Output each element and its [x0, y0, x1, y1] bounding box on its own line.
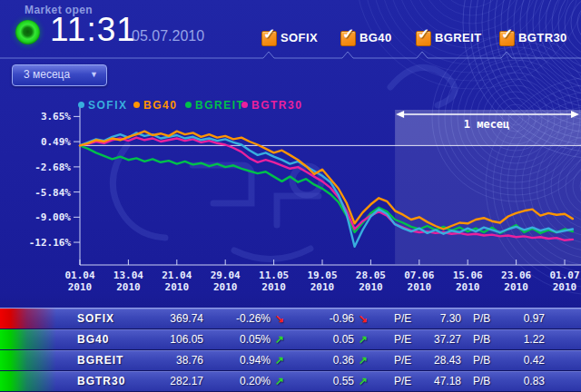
chevron-down-icon: ▼	[90, 70, 98, 79]
x-axis-tick-label: 19.052010	[300, 270, 344, 293]
pe-label: P/E	[394, 371, 411, 391]
clock-date: 05.07.2010	[132, 28, 204, 44]
market-open-led-icon	[15, 20, 40, 44]
trend-arrow-icon: ↗	[275, 371, 288, 391]
one-month-highlight-label: 1 месец	[446, 118, 527, 131]
trend-arrow-icon: ↗	[359, 329, 371, 349]
x-axis-tick-label: 13.042010	[106, 270, 150, 293]
trend-arrow-icon: ↗	[359, 371, 371, 391]
y-axis-tick-label: -9.00%	[7, 211, 71, 223]
y-axis-tick-label: -5.84%	[7, 187, 71, 199]
trend-arrow-icon: ↗	[275, 350, 288, 370]
pb-value: 0.97	[504, 309, 545, 328]
x-axis-tick-label: 01.042010	[58, 270, 102, 293]
change-absolute: -0.96	[309, 309, 354, 328]
x-axis-tick-label: 11.052010	[252, 270, 296, 293]
x-axis-tick-label: 07.062010	[398, 270, 441, 293]
legend-label: BG40	[143, 99, 177, 112]
change-absolute: 0.55	[309, 371, 354, 391]
pe-label: P/E	[394, 350, 411, 370]
index-value: 282.17	[142, 371, 203, 391]
pb-label: P/B	[473, 350, 490, 370]
trend-arrow-icon: ↗	[275, 329, 288, 349]
toggle-label: BGREIT	[435, 31, 482, 44]
table-row[interactable]: SOFIX 369.74 -0.26% ↘ -0.96 ↘ P/E 7.30 P…	[0, 309, 581, 329]
legend-dot-icon	[241, 102, 248, 108]
legend-label: BGREIT	[195, 99, 244, 112]
trend-arrow-icon: ↘	[275, 309, 288, 328]
change-percent: -0.26%	[218, 309, 271, 328]
index-value: 38.76	[142, 350, 203, 370]
legend-item-sofix: SOFIX	[78, 99, 128, 112]
pb-value: 1.22	[504, 329, 545, 349]
x-axis-tick-label: 28.052010	[349, 270, 392, 293]
checkbox-checked-icon[interactable]: ✓	[416, 31, 431, 46]
index-name: BGTR30	[77, 371, 125, 391]
pe-label: P/E	[394, 309, 411, 328]
table-row[interactable]: BGREIT 38.76 0.94% ↗ 0.36 ↗ P/E 28.43 P/…	[0, 350, 581, 371]
row-accent-strip	[0, 309, 56, 328]
clock-time: 11:31	[50, 11, 136, 49]
pe-value: 7.30	[418, 309, 461, 328]
y-axis-tick-label: -12.16%	[7, 237, 71, 249]
pe-value: 28.43	[418, 350, 461, 370]
checkbox-checked-icon[interactable]: ✓	[261, 31, 277, 46]
trend-arrow-icon: ↘	[359, 309, 371, 328]
pb-label: P/B	[473, 309, 490, 328]
legend-item-bgreit: BGREIT	[185, 99, 244, 112]
pb-label: P/B	[473, 371, 490, 391]
index-quote-table: SOFIX 369.74 -0.26% ↘ -0.96 ↘ P/E 7.30 P…	[0, 308, 581, 392]
toggle-label: SOFIX	[281, 31, 318, 44]
row-accent-strip	[0, 371, 56, 391]
row-accent-strip	[0, 329, 56, 349]
legend-label: BGTR30	[251, 99, 302, 112]
legend-label: SOFIX	[88, 99, 128, 112]
x-axis-tick-label: 15.062010	[446, 270, 489, 293]
y-axis-tick-label: 0.49%	[7, 136, 71, 148]
toggle-label: BG40	[359, 31, 392, 44]
checkmark-icon: ✓	[418, 25, 429, 43]
pe-label: P/E	[394, 329, 411, 349]
legend-dot-icon	[133, 102, 140, 108]
period-dropdown[interactable]: 3 месеца ▼	[12, 64, 107, 86]
x-axis-tick-label: 01.072010	[543, 270, 581, 293]
pb-value: 0.83	[504, 371, 545, 391]
checkbox-checked-icon[interactable]: ✓	[340, 31, 356, 46]
market-dashboard: Market open 11:31 05.07.2010 ✓ SOFIX ✓ B…	[0, 0, 581, 392]
x-axis-tick-label: 23.062010	[495, 270, 538, 293]
toggle-label: BGTR30	[518, 31, 567, 44]
pe-value: 47.18	[418, 371, 461, 391]
legend-dot-icon	[78, 102, 84, 108]
change-absolute: 0.36	[309, 350, 354, 370]
checkbox-checked-icon[interactable]: ✓	[499, 31, 515, 46]
legend-item-bgtr30: BGTR30	[241, 99, 302, 112]
table-row[interactable]: BG40 106.05 0.05% ↗ 0.05 ↗ P/E 37.27 P/B…	[0, 329, 581, 350]
checkmark-icon: ✓	[342, 25, 354, 43]
legend-item-bg40: BG40	[133, 99, 177, 112]
index-name: SOFIX	[77, 309, 114, 328]
y-axis-tick-label: 3.65%	[7, 111, 71, 122]
index-name: BG40	[77, 329, 109, 349]
index-name: BGREIT	[77, 350, 123, 370]
legend-dot-icon	[185, 102, 192, 108]
index-value: 106.05	[142, 329, 203, 349]
y-axis-tick-label: -2.68%	[7, 162, 71, 173]
pb-value: 0.42	[504, 350, 545, 370]
change-percent: 0.20%	[218, 371, 271, 391]
x-axis-tick-label: 21.042010	[155, 270, 199, 293]
x-axis-tick-label: 29.042010	[203, 270, 247, 293]
change-percent: 0.94%	[218, 350, 271, 370]
trend-arrow-icon: ↗	[359, 350, 371, 370]
checkmark-icon: ✓	[501, 25, 513, 43]
change-percent: 0.05%	[218, 329, 271, 349]
period-dropdown-value: 3 месеца	[24, 68, 70, 81]
change-absolute: 0.05	[309, 329, 354, 349]
index-value: 369.74	[142, 309, 203, 328]
table-row[interactable]: BGTR30 282.17 0.20% ↗ 0.55 ↗ P/E 47.18 P…	[0, 371, 581, 392]
row-accent-strip	[0, 350, 56, 370]
checkmark-icon: ✓	[263, 25, 275, 43]
pb-label: P/B	[473, 329, 490, 349]
pe-value: 37.27	[418, 329, 461, 349]
